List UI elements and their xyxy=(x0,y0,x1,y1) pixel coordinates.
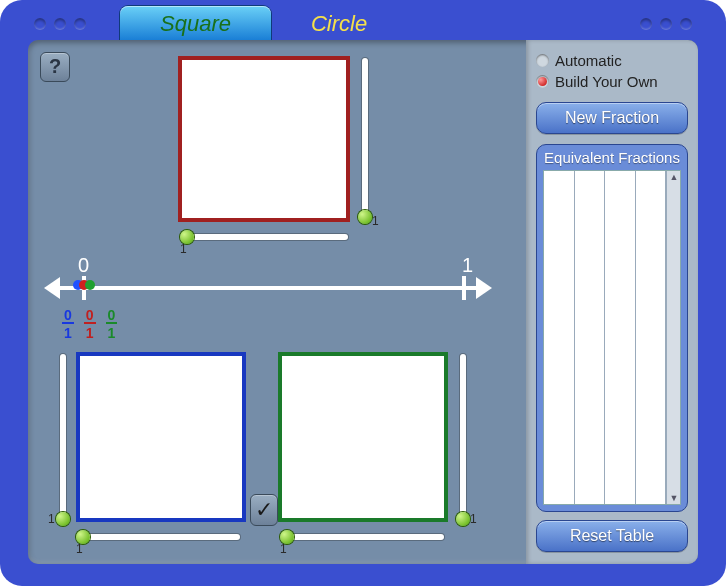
fraction-labels: 0 1 0 1 0 1 xyxy=(62,308,117,340)
fraction-numerator: 0 xyxy=(106,308,118,324)
fraction-denominator: 1 xyxy=(62,324,74,340)
mode-automatic[interactable]: Automatic xyxy=(536,52,688,69)
green-rows-slider-track[interactable] xyxy=(460,354,466,520)
blue-cols-slider-track[interactable] xyxy=(80,534,240,540)
table-column xyxy=(605,171,636,504)
fraction-label-red: 0 1 xyxy=(84,308,96,340)
mode-automatic-label: Automatic xyxy=(555,52,622,69)
equivalent-fractions-table: Equivalent Fractions ▲ ▼ xyxy=(536,144,688,512)
scroll-down-icon[interactable]: ▼ xyxy=(669,493,679,503)
table-scrollbar[interactable]: ▲ ▼ xyxy=(666,171,680,504)
fraction-label-blue: 0 1 xyxy=(62,308,74,340)
new-fraction-button[interactable]: New Fraction xyxy=(536,102,688,134)
table-column xyxy=(575,171,606,504)
table-column xyxy=(544,171,575,504)
side-panel: Automatic Build Your Own New Fraction Eq… xyxy=(526,40,698,564)
red-rows-slider-track[interactable] xyxy=(362,58,368,218)
help-button[interactable]: ? xyxy=(40,52,70,82)
workspace: ? 1 1 0 1 xyxy=(28,40,526,564)
decoration-dot xyxy=(660,18,672,30)
blue-rows-slider-knob[interactable] xyxy=(56,512,70,526)
fraction-numerator: 0 xyxy=(84,308,96,324)
table-title: Equivalent Fractions xyxy=(537,145,687,170)
blue-rows-slider-label: 1 xyxy=(48,512,55,526)
red-rows-slider-label: 1 xyxy=(372,214,379,228)
mode-build-label: Build Your Own xyxy=(555,73,658,90)
table-body: ▲ ▼ xyxy=(543,170,681,505)
mode-build-your-own[interactable]: Build Your Own xyxy=(536,73,688,90)
reset-table-button[interactable]: Reset Table xyxy=(536,520,688,552)
green-rows-slider-knob[interactable] xyxy=(456,512,470,526)
marker-green[interactable] xyxy=(85,280,95,290)
frame-decoration-left xyxy=(34,18,86,30)
red-cols-slider-track[interactable] xyxy=(184,234,348,240)
table-column xyxy=(636,171,667,504)
fraction-denominator: 1 xyxy=(106,324,118,340)
app-frame: Square Circle ? 1 1 0 1 xyxy=(0,0,726,586)
fraction-denominator: 1 xyxy=(84,324,96,340)
number-line: 0 1 0 1 0 1 0 1 xyxy=(48,262,488,352)
check-button[interactable]: ✓ xyxy=(250,494,278,526)
number-line-track xyxy=(48,286,488,290)
fraction-numerator: 0 xyxy=(62,308,74,324)
tab-square[interactable]: Square xyxy=(120,6,271,40)
decoration-dot xyxy=(74,18,86,30)
red-rows-slider-knob[interactable] xyxy=(358,210,372,224)
decoration-dot xyxy=(680,18,692,30)
tick-one xyxy=(462,276,466,300)
radio-icon xyxy=(536,75,549,88)
red-cols-slider-label: 1 xyxy=(180,242,187,256)
shape-tabs: Square Circle xyxy=(120,6,407,40)
green-cols-slider-label: 1 xyxy=(280,542,287,556)
fraction-shape-blue[interactable] xyxy=(76,352,246,522)
green-rows-slider-label: 1 xyxy=(470,512,477,526)
blue-rows-slider-track[interactable] xyxy=(60,354,66,520)
fraction-shape-green[interactable] xyxy=(278,352,448,522)
number-line-arrow-right xyxy=(476,277,492,299)
main-panel: ? 1 1 0 1 xyxy=(28,40,698,564)
tab-circle[interactable]: Circle xyxy=(271,6,407,40)
tick-one-label: 1 xyxy=(462,254,473,277)
blue-cols-slider-label: 1 xyxy=(76,542,83,556)
fraction-label-green: 0 1 xyxy=(106,308,118,340)
tick-zero-label: 0 xyxy=(78,254,89,277)
radio-icon xyxy=(536,54,549,67)
fraction-shape-red[interactable] xyxy=(178,56,350,222)
decoration-dot xyxy=(34,18,46,30)
green-cols-slider-track[interactable] xyxy=(284,534,444,540)
frame-decoration-right xyxy=(640,18,692,30)
scroll-up-icon[interactable]: ▲ xyxy=(669,172,679,182)
decoration-dot xyxy=(640,18,652,30)
decoration-dot xyxy=(54,18,66,30)
